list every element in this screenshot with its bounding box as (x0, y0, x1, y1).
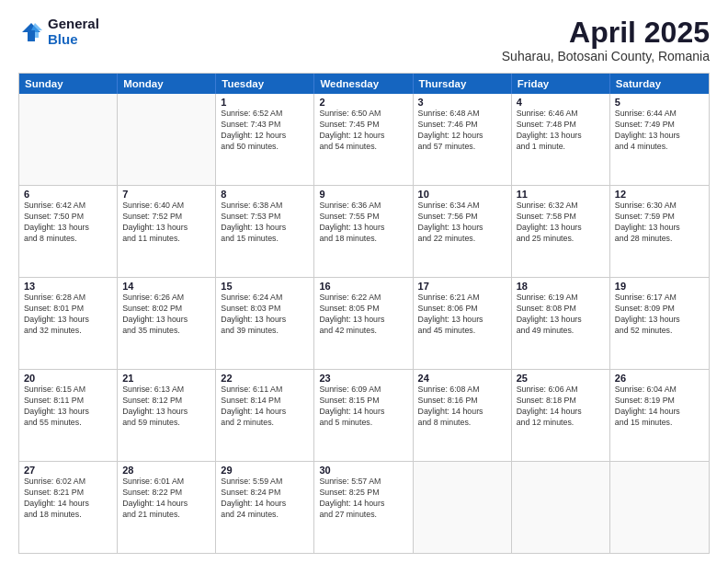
header-saturday: Saturday (610, 74, 709, 94)
cal-cell-1-0: 6Sunrise: 6:42 AM Sunset: 7:50 PM Daylig… (19, 186, 118, 277)
cal-cell-0-4: 3Sunrise: 6:48 AM Sunset: 7:46 PM Daylig… (414, 94, 512, 185)
page-subtitle: Suharau, Botosani County, Romania (502, 49, 710, 63)
logo-general: General (48, 17, 99, 32)
cell-text-1: Sunrise: 6:52 AM Sunset: 7:43 PM Dayligh… (221, 109, 309, 153)
cell-text-10: Sunrise: 6:34 AM Sunset: 7:56 PM Dayligh… (418, 201, 506, 245)
day-num-4: 4 (517, 97, 605, 108)
cal-cell-2-3: 16Sunrise: 6:22 AM Sunset: 8:05 PM Dayli… (314, 278, 413, 369)
cell-text-4: Sunrise: 6:46 AM Sunset: 7:48 PM Dayligh… (517, 109, 605, 153)
day-num-23: 23 (319, 373, 407, 384)
day-num-25: 25 (517, 373, 605, 384)
header-wednesday: Wednesday (314, 74, 413, 94)
cell-text-22: Sunrise: 6:11 AM Sunset: 8:14 PM Dayligh… (221, 385, 309, 429)
cal-cell-1-5: 11Sunrise: 6:32 AM Sunset: 7:58 PM Dayli… (512, 186, 610, 277)
cell-text-29: Sunrise: 5:59 AM Sunset: 8:24 PM Dayligh… (221, 477, 309, 521)
day-num-6: 6 (24, 189, 112, 200)
cal-cell-0-1 (118, 94, 216, 185)
cal-cell-3-4: 24Sunrise: 6:08 AM Sunset: 8:16 PM Dayli… (414, 370, 512, 461)
cell-text-25: Sunrise: 6:06 AM Sunset: 8:18 PM Dayligh… (517, 385, 605, 429)
cell-text-3: Sunrise: 6:48 AM Sunset: 7:46 PM Dayligh… (418, 109, 506, 153)
cal-cell-3-1: 21Sunrise: 6:13 AM Sunset: 8:12 PM Dayli… (118, 370, 216, 461)
cell-text-9: Sunrise: 6:36 AM Sunset: 7:55 PM Dayligh… (319, 201, 407, 245)
day-num-17: 17 (418, 281, 506, 292)
cal-cell-2-6: 19Sunrise: 6:17 AM Sunset: 8:09 PM Dayli… (610, 278, 709, 369)
day-num-7: 7 (122, 189, 210, 200)
day-num-19: 19 (615, 281, 704, 292)
cal-cell-2-1: 14Sunrise: 6:26 AM Sunset: 8:02 PM Dayli… (118, 278, 216, 369)
cal-cell-1-3: 9Sunrise: 6:36 AM Sunset: 7:55 PM Daylig… (314, 186, 413, 277)
calendar-body: 1Sunrise: 6:52 AM Sunset: 7:43 PM Daylig… (19, 94, 709, 553)
cell-text-2: Sunrise: 6:50 AM Sunset: 7:45 PM Dayligh… (319, 109, 407, 153)
day-num-15: 15 (221, 281, 309, 292)
cal-cell-4-5 (512, 462, 610, 553)
cell-text-5: Sunrise: 6:44 AM Sunset: 7:49 PM Dayligh… (615, 109, 704, 153)
cell-text-27: Sunrise: 6:02 AM Sunset: 8:21 PM Dayligh… (24, 477, 112, 521)
cal-cell-4-3: 30Sunrise: 5:57 AM Sunset: 8:25 PM Dayli… (314, 462, 413, 553)
cell-text-14: Sunrise: 6:26 AM Sunset: 8:02 PM Dayligh… (122, 293, 210, 337)
day-num-13: 13 (24, 281, 112, 292)
logo-text: General Blue (48, 17, 99, 47)
cal-cell-2-2: 15Sunrise: 6:24 AM Sunset: 8:03 PM Dayli… (216, 278, 314, 369)
cal-cell-4-4 (414, 462, 512, 553)
cell-text-6: Sunrise: 6:42 AM Sunset: 7:50 PM Dayligh… (24, 201, 112, 245)
cell-text-19: Sunrise: 6:17 AM Sunset: 8:09 PM Dayligh… (615, 293, 704, 337)
cal-cell-0-0 (19, 94, 118, 185)
cal-cell-3-5: 25Sunrise: 6:06 AM Sunset: 8:18 PM Dayli… (512, 370, 610, 461)
day-num-9: 9 (319, 189, 407, 200)
cal-cell-3-2: 22Sunrise: 6:11 AM Sunset: 8:14 PM Dayli… (216, 370, 314, 461)
logo: General Blue (18, 17, 99, 47)
week-row-3: 13Sunrise: 6:28 AM Sunset: 8:01 PM Dayli… (19, 277, 709, 369)
cell-text-21: Sunrise: 6:13 AM Sunset: 8:12 PM Dayligh… (122, 385, 210, 429)
cell-text-8: Sunrise: 6:38 AM Sunset: 7:53 PM Dayligh… (221, 201, 309, 245)
header-monday: Monday (118, 74, 216, 94)
cell-text-12: Sunrise: 6:30 AM Sunset: 7:59 PM Dayligh… (615, 201, 704, 245)
cal-cell-1-1: 7Sunrise: 6:40 AM Sunset: 7:52 PM Daylig… (118, 186, 216, 277)
day-num-1: 1 (221, 97, 309, 108)
header-sunday: Sunday (19, 74, 118, 94)
day-num-28: 28 (122, 465, 210, 476)
cal-cell-2-4: 17Sunrise: 6:21 AM Sunset: 8:06 PM Dayli… (414, 278, 512, 369)
day-num-18: 18 (517, 281, 605, 292)
cal-cell-2-0: 13Sunrise: 6:28 AM Sunset: 8:01 PM Dayli… (19, 278, 118, 369)
header-tuesday: Tuesday (216, 74, 314, 94)
day-num-12: 12 (615, 189, 704, 200)
cal-cell-3-0: 20Sunrise: 6:15 AM Sunset: 8:11 PM Dayli… (19, 370, 118, 461)
logo-blue: Blue (48, 32, 99, 48)
cal-cell-4-2: 29Sunrise: 5:59 AM Sunset: 8:24 PM Dayli… (216, 462, 314, 553)
day-num-14: 14 (122, 281, 210, 292)
cal-cell-0-3: 2Sunrise: 6:50 AM Sunset: 7:45 PM Daylig… (314, 94, 413, 185)
cal-cell-4-1: 28Sunrise: 6:01 AM Sunset: 8:22 PM Dayli… (118, 462, 216, 553)
day-num-11: 11 (517, 189, 605, 200)
week-row-5: 27Sunrise: 6:02 AM Sunset: 8:21 PM Dayli… (19, 461, 709, 553)
day-num-24: 24 (418, 373, 506, 384)
cell-text-24: Sunrise: 6:08 AM Sunset: 8:16 PM Dayligh… (418, 385, 506, 429)
cal-cell-0-5: 4Sunrise: 6:46 AM Sunset: 7:48 PM Daylig… (512, 94, 610, 185)
cal-cell-1-2: 8Sunrise: 6:38 AM Sunset: 7:53 PM Daylig… (216, 186, 314, 277)
calendar: Sunday Monday Tuesday Wednesday Thursday… (18, 73, 710, 554)
cal-cell-1-6: 12Sunrise: 6:30 AM Sunset: 7:59 PM Dayli… (610, 186, 709, 277)
cell-text-28: Sunrise: 6:01 AM Sunset: 8:22 PM Dayligh… (122, 477, 210, 521)
title-block: April 2025 Suharau, Botosani County, Rom… (502, 17, 710, 63)
cell-text-16: Sunrise: 6:22 AM Sunset: 8:05 PM Dayligh… (319, 293, 407, 337)
cal-cell-3-6: 26Sunrise: 6:04 AM Sunset: 8:19 PM Dayli… (610, 370, 709, 461)
cell-text-15: Sunrise: 6:24 AM Sunset: 8:03 PM Dayligh… (221, 293, 309, 337)
day-num-30: 30 (319, 465, 407, 476)
cal-cell-4-0: 27Sunrise: 6:02 AM Sunset: 8:21 PM Dayli… (19, 462, 118, 553)
cell-text-7: Sunrise: 6:40 AM Sunset: 7:52 PM Dayligh… (122, 201, 210, 245)
page-title: April 2025 (502, 17, 710, 49)
day-num-16: 16 (319, 281, 407, 292)
cal-cell-2-5: 18Sunrise: 6:19 AM Sunset: 8:08 PM Dayli… (512, 278, 610, 369)
day-num-10: 10 (418, 189, 506, 200)
header-thursday: Thursday (414, 74, 512, 94)
day-num-20: 20 (24, 373, 112, 384)
cell-text-17: Sunrise: 6:21 AM Sunset: 8:06 PM Dayligh… (418, 293, 506, 337)
week-row-4: 20Sunrise: 6:15 AM Sunset: 8:11 PM Dayli… (19, 369, 709, 461)
week-row-2: 6Sunrise: 6:42 AM Sunset: 7:50 PM Daylig… (19, 185, 709, 277)
cal-cell-1-4: 10Sunrise: 6:34 AM Sunset: 7:56 PM Dayli… (414, 186, 512, 277)
header-friday: Friday (512, 74, 610, 94)
day-num-22: 22 (221, 373, 309, 384)
cal-cell-3-3: 23Sunrise: 6:09 AM Sunset: 8:15 PM Dayli… (314, 370, 413, 461)
day-num-29: 29 (221, 465, 309, 476)
calendar-header: Sunday Monday Tuesday Wednesday Thursday… (19, 74, 709, 94)
day-num-2: 2 (319, 97, 407, 108)
